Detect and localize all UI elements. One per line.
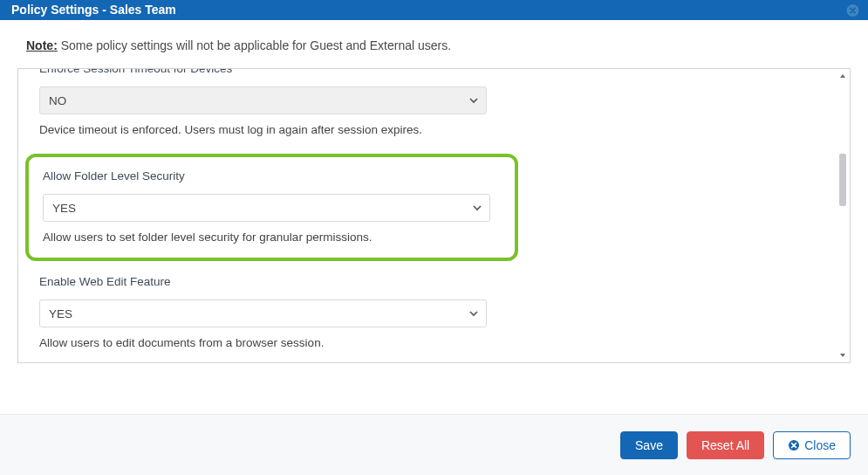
scroll-up-arrow-icon[interactable]	[837, 71, 848, 81]
scroll-thumb[interactable]	[839, 154, 846, 206]
save-button[interactable]: Save	[620, 431, 678, 459]
note-block: Note: Some policy settings will not be a…	[0, 20, 868, 60]
policies-panel: Enforce Session Timeout for Devices NO D…	[17, 68, 851, 363]
chevron-down-icon	[468, 308, 479, 319]
modal-title: Policy Settings - Sales Team	[11, 3, 176, 17]
select-value: YES	[52, 202, 76, 215]
policy-helper: Device timeout is enforced. Users must l…	[39, 122, 850, 138]
chevron-down-icon	[468, 95, 479, 106]
button-label: Close	[804, 438, 836, 452]
reset-all-button[interactable]: Reset All	[687, 431, 764, 459]
folder-security-select[interactable]: YES	[43, 194, 490, 222]
note-text: Some policy settings will not be applica…	[58, 38, 451, 52]
note-label: Note:	[26, 38, 58, 52]
policy-title: Enforce Session Timeout for Devices	[39, 69, 850, 78]
policy-helper: Allow users to edit documents from a bro…	[39, 335, 850, 351]
modal-header: Policy Settings - Sales Team	[0, 0, 868, 20]
policy-helper: Allow users to set folder level security…	[43, 230, 501, 245]
modal-footer: Save Reset All Close	[0, 414, 868, 475]
policy-folder-security-highlight: Allow Folder Level Security YES Allow us…	[25, 154, 518, 261]
policy-title: Enable Web Edit Feature	[39, 273, 850, 291]
policies-scroll: Enforce Session Timeout for Devices NO D…	[18, 69, 850, 362]
scrollbar[interactable]	[837, 71, 848, 361]
select-value: YES	[49, 307, 72, 320]
web-edit-select[interactable]: YES	[39, 299, 487, 327]
close-icon[interactable]	[846, 3, 859, 17]
button-label: Reset All	[701, 438, 749, 452]
policy-title: Allow Folder Level Security	[43, 168, 501, 185]
session-timeout-select[interactable]: NO	[39, 86, 487, 114]
policy-web-edit: Enable Web Edit Feature YES Allow users …	[18, 273, 850, 351]
button-label: Save	[635, 438, 663, 452]
close-button[interactable]: Close	[773, 431, 851, 459]
chevron-down-icon	[472, 203, 482, 213]
policy-folder-security: Allow Folder Level Security YES Allow us…	[43, 168, 501, 245]
circle-x-icon	[788, 439, 800, 451]
scroll-down-arrow-icon[interactable]	[837, 350, 848, 361]
select-value: NO	[49, 94, 66, 107]
policy-session-timeout: Enforce Session Timeout for Devices NO D…	[18, 69, 850, 138]
